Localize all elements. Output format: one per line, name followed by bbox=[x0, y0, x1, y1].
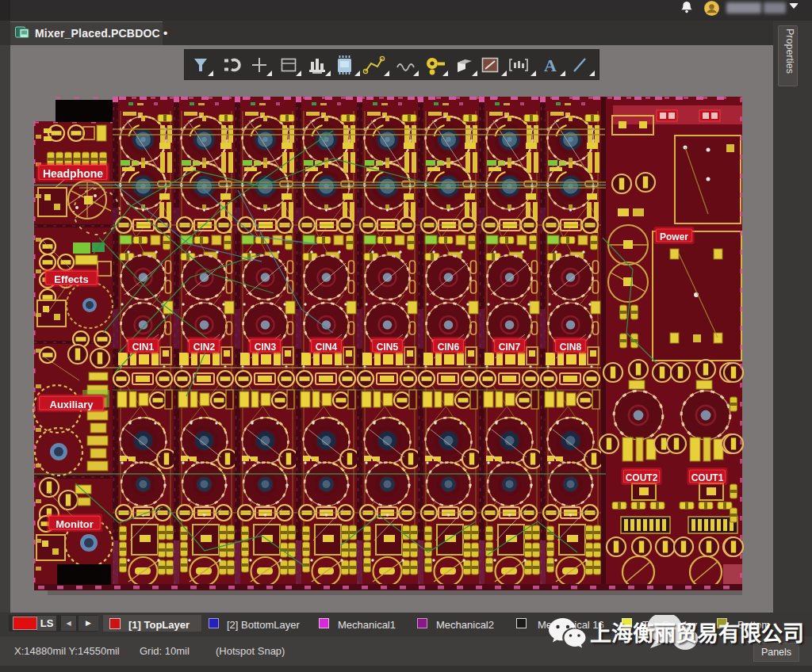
svg-text:COUT2: COUT2 bbox=[626, 472, 658, 483]
svg-text:CIN6: CIN6 bbox=[438, 342, 460, 353]
svg-text:Monitor: Monitor bbox=[56, 518, 94, 530]
svg-text:CIN3: CIN3 bbox=[255, 342, 277, 353]
svg-text:CIN2: CIN2 bbox=[193, 342, 216, 353]
svg-text:CIN1: CIN1 bbox=[132, 342, 155, 353]
svg-text:CIN4: CIN4 bbox=[316, 342, 338, 353]
svg-text:Auxiliary: Auxiliary bbox=[50, 399, 94, 410]
svg-text:Effects: Effects bbox=[54, 273, 88, 285]
svg-text:Power: Power bbox=[660, 231, 688, 242]
svg-text:上海衡丽贸易有限公司: 上海衡丽贸易有限公司 bbox=[590, 622, 804, 646]
svg-text:COUT1: COUT1 bbox=[691, 472, 724, 483]
svg-text:CIN5: CIN5 bbox=[377, 342, 399, 353]
svg-text:CIN7: CIN7 bbox=[499, 342, 521, 353]
svg-text:CIN8: CIN8 bbox=[560, 342, 582, 353]
svg-text:Headphone: Headphone bbox=[43, 167, 103, 180]
